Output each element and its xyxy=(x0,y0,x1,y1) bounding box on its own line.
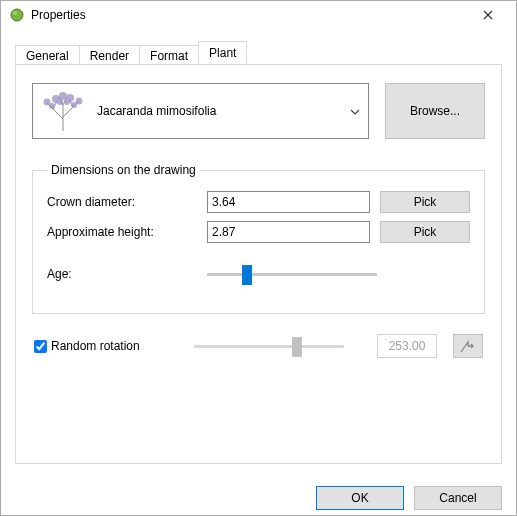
svg-point-0 xyxy=(11,9,23,21)
rotation-slider[interactable] xyxy=(194,335,344,357)
chevron-down-icon xyxy=(350,105,360,117)
plant-dropdown[interactable]: Jacaranda mimosifolia xyxy=(32,83,369,139)
rotation-value-display: 253.00 xyxy=(377,334,437,358)
tree-icon xyxy=(39,89,87,133)
cancel-button[interactable]: Cancel xyxy=(414,486,502,510)
close-button[interactable] xyxy=(468,1,508,29)
approx-height-label: Approximate height: xyxy=(47,225,197,239)
approx-height-input[interactable] xyxy=(207,221,370,243)
tab-render[interactable]: Render xyxy=(79,45,140,65)
tab-format[interactable]: Format xyxy=(139,45,199,65)
rotation-pick-button[interactable] xyxy=(453,334,483,358)
age-label: Age: xyxy=(47,267,197,281)
random-rotation-label: Random rotation xyxy=(51,339,140,353)
tab-bar: General Render Format Plant xyxy=(15,41,502,64)
window-title: Properties xyxy=(31,8,86,22)
svg-point-1 xyxy=(13,11,17,15)
svg-point-7 xyxy=(49,103,55,109)
titlebar: Properties xyxy=(1,1,516,29)
tab-plant[interactable]: Plant xyxy=(198,41,247,64)
crown-diameter-input[interactable] xyxy=(207,191,370,213)
tab-panel-plant: Jacaranda mimosifolia Browse... Dimensio… xyxy=(15,64,502,464)
app-icon xyxy=(9,7,25,23)
plant-name-label: Jacaranda mimosifolia xyxy=(97,104,340,118)
svg-point-4 xyxy=(59,92,67,100)
rotation-row: Random rotation 253.00 xyxy=(32,334,485,358)
pick-height-button[interactable]: Pick xyxy=(380,221,470,243)
svg-point-8 xyxy=(71,102,77,108)
dimensions-group: Dimensions on the drawing Crown diameter… xyxy=(32,163,485,314)
svg-point-10 xyxy=(64,99,70,105)
ok-button[interactable]: OK xyxy=(316,486,404,510)
pick-crown-button[interactable]: Pick xyxy=(380,191,470,213)
plant-select-row: Jacaranda mimosifolia Browse... xyxy=(32,83,485,139)
content-area: General Render Format Plant xyxy=(1,29,516,476)
age-slider[interactable] xyxy=(207,263,377,285)
random-rotation-checkbox-wrap[interactable]: Random rotation xyxy=(34,339,184,353)
crown-diameter-label: Crown diameter: xyxy=(47,195,197,209)
svg-point-9 xyxy=(57,99,63,105)
browse-button[interactable]: Browse... xyxy=(385,83,485,139)
dimensions-legend: Dimensions on the drawing xyxy=(47,163,200,177)
random-rotation-checkbox[interactable] xyxy=(34,340,47,353)
tab-general[interactable]: General xyxy=(15,45,80,65)
rotation-pick-icon xyxy=(460,339,476,353)
dialog-footer: OK Cancel xyxy=(1,476,516,516)
